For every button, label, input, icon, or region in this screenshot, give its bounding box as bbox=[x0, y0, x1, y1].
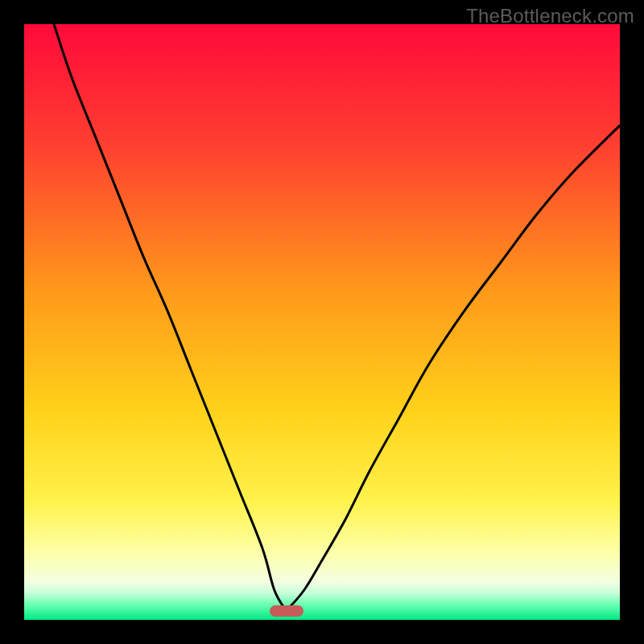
curves-layer bbox=[24, 24, 620, 620]
left-curve bbox=[54, 24, 287, 611]
watermark-label: TheBottleneck.com bbox=[466, 5, 634, 27]
bottleneck-marker bbox=[270, 605, 303, 617]
chart-frame: TheBottleneck.com bbox=[0, 0, 644, 644]
plot-area bbox=[24, 24, 620, 620]
right-curve bbox=[287, 126, 620, 611]
